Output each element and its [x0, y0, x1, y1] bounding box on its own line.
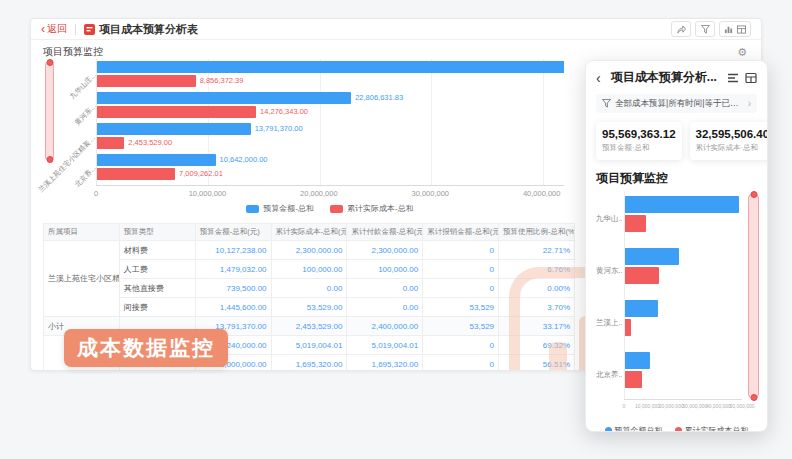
table-row[interactable]: 其他直接费739,500.000.000.0000.00%	[44, 279, 575, 298]
amount-cell: 1,445,600.00	[195, 298, 271, 317]
back-button[interactable]: ‹ 返回	[41, 22, 67, 36]
amount-cell: 22.71%	[499, 241, 575, 260]
amount-cell: 2,400,000.00	[347, 317, 423, 336]
bar-value-label: 7,009,262.01	[179, 168, 223, 180]
panel-back-button[interactable]: ‹	[596, 72, 601, 84]
amount-cell: 69.32%	[499, 336, 575, 355]
datazoom-handle[interactable]	[750, 191, 757, 198]
stat-value: 32,595,506.40	[696, 128, 768, 140]
bar-累计实际成本总和[interactable]	[625, 371, 642, 388]
table-header-row: 所属项目预算类型预算金额-总和(元)累计实际成本-总和(元)累计付款金额-总和(…	[44, 224, 575, 241]
amount-cell: 2,300,000.00	[271, 241, 347, 260]
table-row[interactable]: 间接费1,445,600.0053,529.000.0053,5293.70%	[44, 298, 575, 317]
table-row[interactable]: 人工费1,479,032.00100,000.00100,000.0006.76…	[44, 260, 575, 279]
share-icon	[677, 25, 686, 34]
amount-cell: 5,019,004.01	[347, 336, 423, 355]
chevron-right-icon: ›	[748, 98, 751, 109]
bar-预算金额总和[interactable]	[625, 248, 679, 265]
legend-item[interactable]: 累计实际成本-总和	[330, 203, 414, 214]
bar-累计实际成本总和[interactable]	[625, 267, 659, 284]
column-header: 累计报销金额-总和(元)	[423, 224, 499, 241]
budget-type-cell: 材料费	[119, 241, 195, 260]
datazoom-handle[interactable]	[750, 394, 757, 401]
datazoom-slider[interactable]	[45, 61, 54, 161]
amount-cell: 33.17%	[499, 317, 575, 336]
grid-table-icon[interactable]	[745, 72, 757, 84]
funnel-icon	[602, 99, 611, 108]
bar-累计实际成本-总和[interactable]	[97, 137, 124, 149]
panel-title: 项目成本预算分析...	[607, 69, 721, 86]
amount-cell: 5,019,004.01	[271, 336, 347, 355]
filter-button[interactable]	[695, 21, 715, 37]
amount-cell: 0.00	[271, 279, 347, 298]
stat-card-budget: 95,569,363.12 预算金额·总和	[596, 122, 682, 160]
bar-预算金额总和[interactable]	[625, 352, 650, 369]
category-label: 九华山...	[596, 214, 622, 224]
mobile-preview-panel: ‹ 项目成本预算分析... 全部成本预算|所有时间|等于已通过 › 95,569…	[585, 60, 768, 432]
legend-swatch	[246, 205, 259, 213]
stat-value: 95,569,363.12	[602, 128, 676, 140]
gridline	[320, 59, 321, 185]
stat-label: 累计实际成本·总和	[696, 143, 768, 153]
bar-预算金额-总和[interactable]	[97, 61, 564, 73]
datazoom-handle[interactable]	[46, 59, 53, 66]
panel-bar-chart: 九华山...黄河东...兰溪上...北京养...010,000,00020,00…	[596, 191, 761, 415]
panel-stats: 95,569,363.12 预算金额·总和 32,595,506.40 累计实际…	[596, 122, 757, 160]
legend-item[interactable]: 累计实际成本总和	[675, 425, 749, 432]
amount-cell: 0	[423, 355, 499, 372]
x-axis-tick: 0	[94, 189, 98, 198]
bar-预算金额总和[interactable]	[625, 300, 658, 317]
panel-filter-bar[interactable]: 全部成本预算|所有时间|等于已通过 ›	[596, 94, 757, 113]
category-label: 北京养...	[36, 163, 98, 225]
legend-label: 累计实际成本-总和	[347, 203, 414, 214]
share-button[interactable]	[671, 21, 691, 37]
datazoom-handle[interactable]	[46, 156, 53, 163]
bar-预算金额总和[interactable]	[625, 196, 739, 213]
amount-cell: 0.00	[347, 298, 423, 317]
bar-累计实际成本-总和[interactable]	[97, 168, 175, 180]
chart-icon	[724, 25, 733, 34]
amount-cell: 53,529.00	[271, 298, 347, 317]
x-axis-tick: 10,000,000	[635, 403, 660, 409]
outline-icon[interactable]	[727, 72, 739, 84]
datazoom-slider[interactable]	[748, 193, 759, 399]
view-toggle-button[interactable]	[719, 21, 751, 37]
bar-累计实际成本总和[interactable]	[625, 319, 631, 336]
amount-cell: 3.70%	[499, 298, 575, 317]
amount-cell: 56.51%	[499, 355, 575, 372]
amount-cell: 0.00%	[499, 279, 575, 298]
category-label: 北京养...	[596, 370, 622, 380]
gridline	[543, 59, 544, 185]
x-axis-tick: 40,000,000	[706, 403, 731, 409]
bar-预算金额-总和[interactable]	[97, 92, 351, 104]
cost-monitor-badge: 成本数据监控	[64, 329, 228, 367]
table-row[interactable]: 兰溪上苑住宅小区精装修第...材料费10,127,238.002,300,000…	[44, 241, 575, 260]
panel-header-icons	[727, 72, 757, 84]
bar-累计实际成本总和[interactable]	[625, 215, 646, 232]
bar-预算金额-总和[interactable]	[97, 123, 251, 135]
toolbar-actions	[671, 21, 751, 37]
legend-label: 预算金额总和	[615, 425, 663, 432]
x-axis-line	[624, 399, 742, 400]
x-axis-tick: 30,000,000	[682, 403, 707, 409]
stat-label: 预算金额·总和	[602, 143, 676, 153]
bar-value-label: 14,276,343.00	[260, 106, 308, 118]
amount-cell: 1,695,320.00	[347, 355, 423, 372]
panel-filter-text: 全部成本预算|所有时间|等于已通过	[615, 98, 744, 110]
budget-type-cell: 间接费	[119, 298, 195, 317]
bar-累计实际成本-总和[interactable]	[97, 106, 256, 118]
column-header: 预算使用比例-总和(%)	[499, 224, 575, 241]
bar-累计实际成本-总和[interactable]	[97, 75, 196, 87]
amount-cell: 53,529	[423, 317, 499, 336]
table-icon	[737, 25, 746, 34]
legend-item[interactable]: 预算金额总和	[605, 425, 663, 432]
amount-cell: 0	[423, 279, 499, 298]
report-icon	[84, 24, 95, 35]
bar-预算金额-总和[interactable]	[97, 154, 216, 166]
amount-cell: 6.76%	[499, 260, 575, 279]
legend-item[interactable]: 预算金额-总和	[246, 203, 314, 214]
project-cell: 兰溪上苑住宅小区精装修第...	[44, 241, 120, 317]
column-header: 预算类型	[119, 224, 195, 241]
gear-icon[interactable]: ⚙	[737, 46, 747, 59]
amount-cell: 0	[423, 260, 499, 279]
